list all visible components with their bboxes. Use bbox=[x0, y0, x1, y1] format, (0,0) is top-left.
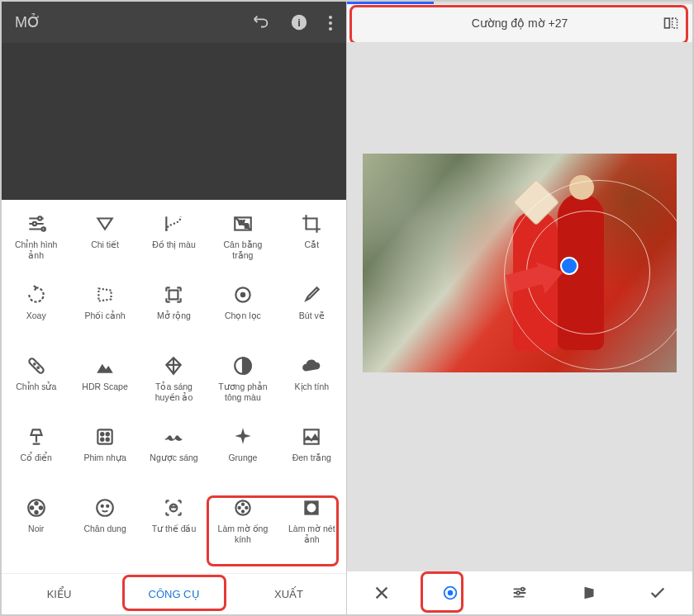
tune-icon bbox=[26, 213, 47, 235]
compare-icon[interactable] bbox=[663, 15, 679, 31]
tool-noir[interactable]: Noir bbox=[2, 494, 70, 565]
lens-blur-icon bbox=[232, 497, 254, 519]
tool-expand[interactable]: Mở rộng bbox=[140, 281, 208, 352]
svg-point-4 bbox=[329, 27, 332, 31]
tool-crop[interactable]: Cắt bbox=[278, 210, 346, 281]
bottom-tabs: KIỂU CÔNG CỤ XUẤT bbox=[2, 573, 346, 614]
tool-black-white[interactable]: Đen trắng bbox=[278, 423, 346, 494]
svg-point-46 bbox=[521, 588, 525, 591]
blur-shape-button[interactable] bbox=[416, 584, 486, 602]
svg-rect-42 bbox=[665, 18, 670, 28]
tool-selective[interactable]: Chọn lọc bbox=[208, 281, 277, 352]
target-icon bbox=[232, 284, 254, 306]
lamp-icon bbox=[26, 426, 47, 448]
vignette-icon bbox=[301, 497, 322, 519]
svg-text:i: i bbox=[297, 17, 301, 29]
svg-point-33 bbox=[172, 506, 173, 507]
adjust-button[interactable] bbox=[485, 584, 554, 602]
svg-point-36 bbox=[238, 507, 240, 509]
tool-drama[interactable]: Kịch tính bbox=[278, 352, 346, 423]
left-phone-panel: MỞ i Chỉnh hình ảnh Chi tiết Đồ thị màu … bbox=[2, 2, 347, 614]
tool-lens-blur[interactable]: Làm mờ ống kính bbox=[208, 494, 277, 565]
face-scan-icon bbox=[163, 497, 184, 519]
svg-point-39 bbox=[242, 510, 244, 512]
tool-vignette[interactable]: Làm mờ nét ảnh bbox=[278, 494, 346, 565]
svg-point-22 bbox=[107, 438, 109, 441]
triangle-down-icon bbox=[94, 213, 116, 235]
svg-point-16 bbox=[37, 367, 39, 368]
tool-details[interactable]: Chi tiết bbox=[70, 210, 139, 281]
svg-point-30 bbox=[102, 505, 103, 507]
svg-point-3 bbox=[329, 21, 332, 25]
brush-icon bbox=[301, 284, 322, 306]
expand-icon bbox=[163, 284, 184, 306]
svg-point-20 bbox=[107, 433, 109, 435]
info-icon[interactable]: i bbox=[290, 13, 308, 31]
tool-glamour-glow[interactable]: Tỏa sáng huyền ảo bbox=[140, 352, 208, 423]
svg-point-19 bbox=[101, 433, 103, 435]
tool-perspective[interactable]: Phối cảnh bbox=[70, 281, 139, 352]
right-phone-panel: Cường độ mờ +27 bbox=[347, 2, 692, 614]
left-topbar: MỞ i bbox=[2, 2, 346, 43]
svg-point-47 bbox=[516, 591, 520, 595]
svg-point-2 bbox=[329, 16, 332, 19]
bandage-icon bbox=[26, 355, 47, 377]
blur-strength-label: Cường độ mờ +27 bbox=[472, 17, 568, 30]
tool-white-balance[interactable]: WBCân bằng trắng bbox=[208, 210, 277, 281]
svg-point-21 bbox=[101, 438, 103, 441]
reel-icon bbox=[26, 497, 47, 519]
right-bottom-bar bbox=[347, 571, 692, 614]
style-button[interactable] bbox=[554, 584, 624, 602]
svg-point-31 bbox=[107, 505, 108, 507]
svg-point-38 bbox=[242, 504, 244, 505]
tool-head-pose[interactable]: Tư thế đầu bbox=[140, 494, 208, 565]
contrast-icon bbox=[232, 355, 254, 377]
svg-point-37 bbox=[245, 507, 247, 509]
mustache-icon bbox=[163, 426, 184, 448]
svg-point-6 bbox=[32, 222, 36, 225]
tool-tonal-contrast[interactable]: Tương phản tông màu bbox=[208, 352, 277, 423]
tool-rotate[interactable]: Xoay bbox=[2, 281, 70, 352]
diamond-icon bbox=[163, 355, 184, 377]
cancel-button[interactable] bbox=[347, 584, 416, 602]
svg-point-32 bbox=[170, 505, 178, 512]
svg-point-25 bbox=[35, 502, 37, 505]
mountains-icon bbox=[94, 355, 116, 377]
editing-canvas[interactable] bbox=[347, 42, 692, 571]
cloud-icon bbox=[301, 355, 322, 377]
svg-text:B: B bbox=[245, 222, 249, 230]
open-label[interactable]: MỞ bbox=[15, 13, 252, 31]
tool-grunge[interactable]: Grunge bbox=[208, 423, 277, 494]
svg-point-13 bbox=[241, 293, 245, 296]
svg-rect-11 bbox=[169, 291, 178, 300]
undo-icon[interactable] bbox=[252, 13, 270, 31]
svg-point-28 bbox=[31, 506, 33, 509]
tool-retrolux[interactable]: Ngược sáng bbox=[140, 423, 208, 494]
svg-point-26 bbox=[39, 506, 41, 509]
tool-tune-image[interactable]: Chỉnh hình ảnh bbox=[2, 210, 70, 281]
tool-hdr-scape[interactable]: HDR Scape bbox=[70, 352, 139, 423]
wb-icon: WB bbox=[232, 213, 254, 235]
tool-curves[interactable]: Đồ thị màu bbox=[140, 210, 208, 281]
svg-point-5 bbox=[38, 216, 41, 220]
tool-vintage[interactable]: Cổ điển bbox=[2, 423, 70, 494]
tab-export[interactable]: XUẤT bbox=[231, 574, 346, 614]
svg-rect-43 bbox=[673, 18, 677, 28]
tab-tools[interactable]: CÔNG CỤ bbox=[116, 574, 231, 614]
blur-strength-header: Cường độ mờ +27 bbox=[347, 4, 692, 42]
tab-style[interactable]: KIỂU bbox=[2, 574, 116, 614]
face-icon bbox=[94, 497, 116, 519]
tools-grid: Chỉnh hình ảnh Chi tiết Đồ thị màu WBCân… bbox=[2, 200, 346, 573]
svg-point-29 bbox=[97, 500, 113, 516]
curve-icon bbox=[163, 213, 184, 235]
tool-portrait[interactable]: Chân dung bbox=[70, 494, 139, 565]
svg-point-41 bbox=[307, 504, 316, 513]
svg-point-34 bbox=[174, 506, 175, 507]
tool-grainy-film[interactable]: Phim nhựa bbox=[70, 423, 139, 494]
dice-icon bbox=[94, 426, 116, 448]
svg-rect-14 bbox=[28, 358, 45, 374]
tool-brush[interactable]: Bút vẽ bbox=[278, 281, 346, 352]
apply-button[interactable] bbox=[623, 584, 692, 602]
more-icon[interactable] bbox=[328, 13, 333, 31]
tool-healing[interactable]: Chỉnh sửa bbox=[2, 352, 70, 423]
